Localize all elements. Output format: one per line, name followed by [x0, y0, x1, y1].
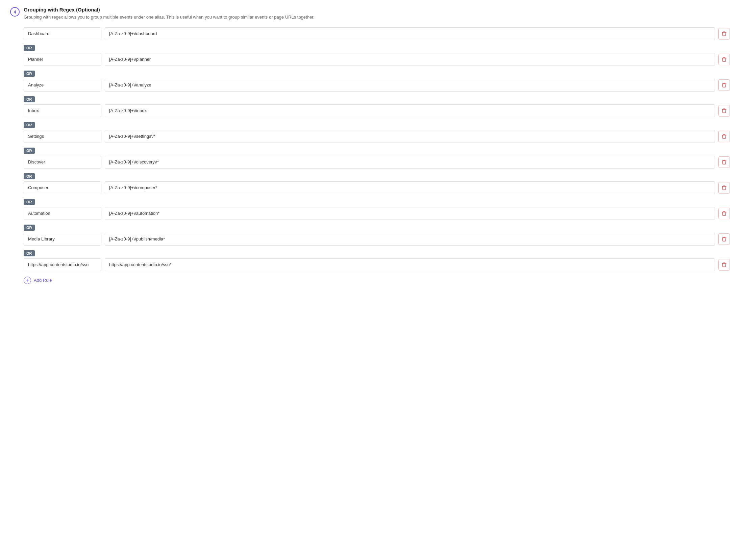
rule-row — [24, 156, 730, 169]
rule-regex-input[interactable] — [105, 53, 715, 66]
or-separator: OR — [24, 120, 730, 130]
or-separator: OR — [24, 43, 730, 53]
section-description: Grouping with regex allows you to group … — [24, 14, 314, 21]
rule-name-input[interactable] — [24, 104, 101, 117]
rule-row — [24, 181, 730, 194]
or-badge: OR — [24, 173, 35, 179]
rule-name-input[interactable] — [24, 130, 101, 143]
rule-regex-input[interactable] — [105, 207, 715, 220]
rule-regex-input[interactable] — [105, 181, 715, 194]
or-badge: OR — [24, 122, 35, 128]
rule-name-input[interactable] — [24, 233, 101, 246]
or-separator: OR — [24, 223, 730, 233]
delete-rule-button[interactable] — [718, 156, 730, 168]
or-separator: OR — [24, 69, 730, 79]
or-badge: OR — [24, 225, 35, 231]
main-container: 4 Grouping with Regex (Optional) Groupin… — [0, 0, 740, 560]
rule-row — [24, 53, 730, 66]
rule-name-input[interactable] — [24, 258, 101, 271]
or-badge: OR — [24, 71, 35, 77]
step-badge: 4 — [10, 7, 20, 17]
rule-name-input[interactable] — [24, 53, 101, 66]
or-separator: OR — [24, 248, 730, 258]
section-header: 4 Grouping with Regex (Optional) Groupin… — [10, 7, 730, 21]
add-rule-icon: + — [24, 277, 31, 284]
rule-row — [24, 104, 730, 117]
rule-row — [24, 27, 730, 40]
delete-rule-button[interactable] — [718, 131, 730, 142]
rule-name-input[interactable] — [24, 156, 101, 169]
add-rule-label: Add Rule — [34, 278, 52, 283]
or-badge: OR — [24, 199, 35, 205]
rule-regex-input[interactable] — [105, 79, 715, 92]
rule-regex-input[interactable] — [105, 233, 715, 246]
section-title: Grouping with Regex (Optional) — [24, 7, 314, 12]
or-badge: OR — [24, 250, 35, 256]
rule-regex-input[interactable] — [105, 258, 715, 271]
delete-rule-button[interactable] — [718, 54, 730, 65]
rule-name-input[interactable] — [24, 27, 101, 40]
delete-rule-button[interactable] — [718, 28, 730, 40]
delete-rule-button[interactable] — [718, 79, 730, 91]
delete-rule-button[interactable] — [718, 105, 730, 117]
delete-rule-button[interactable] — [718, 182, 730, 194]
add-rule-row[interactable]: + Add Rule — [24, 277, 730, 284]
or-separator: OR — [24, 146, 730, 156]
or-badge: OR — [24, 148, 35, 154]
or-separator: OR — [24, 197, 730, 207]
rule-row — [24, 233, 730, 246]
or-badge: OR — [24, 45, 35, 51]
or-badge: OR — [24, 96, 35, 102]
rule-regex-input[interactable] — [105, 130, 715, 143]
rule-name-input[interactable] — [24, 79, 101, 92]
rule-name-input[interactable] — [24, 207, 101, 220]
rule-regex-input[interactable] — [105, 27, 715, 40]
rule-row — [24, 258, 730, 271]
rule-regex-input[interactable] — [105, 156, 715, 169]
or-separator: OR — [24, 94, 730, 104]
delete-rule-button[interactable] — [718, 233, 730, 245]
rule-row — [24, 130, 730, 143]
rule-row — [24, 79, 730, 92]
rule-name-input[interactable] — [24, 181, 101, 194]
section-title-group: Grouping with Regex (Optional) Grouping … — [24, 7, 314, 21]
delete-rule-button[interactable] — [718, 208, 730, 219]
rule-row — [24, 207, 730, 220]
rules-list: OR OR OR OR OR OR OR OR OR — [24, 27, 730, 271]
or-separator: OR — [24, 171, 730, 181]
rule-regex-input[interactable] — [105, 104, 715, 117]
delete-rule-button[interactable] — [718, 259, 730, 271]
